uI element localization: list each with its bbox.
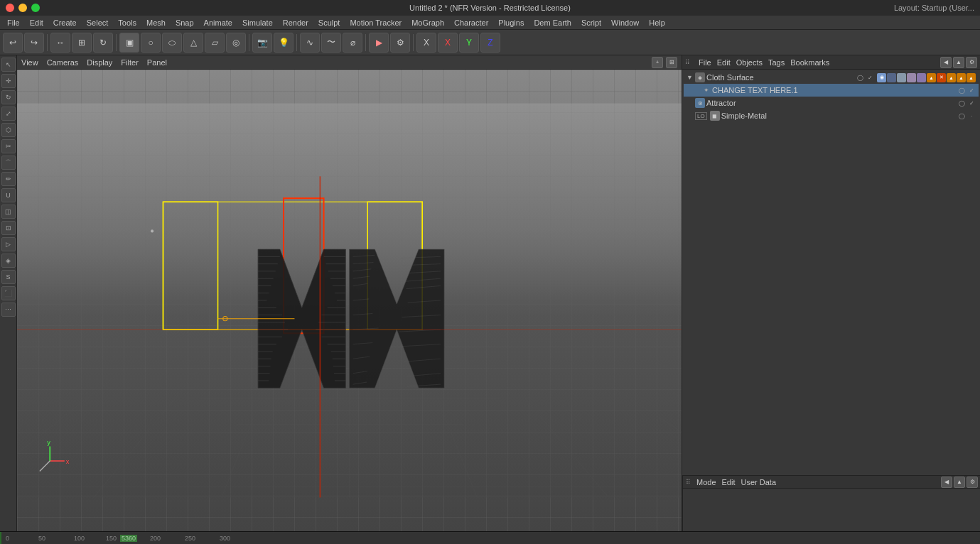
menu-motion-tracker[interactable]: Motion Tracker <box>345 17 406 28</box>
cylinder-tool-button[interactable]: ⬭ <box>162 33 182 53</box>
menu-dem-earth[interactable]: Dem Earth <box>529 17 576 28</box>
viewport-3d[interactable]: x y <box>17 70 682 531</box>
tag-5[interactable] <box>917 73 926 82</box>
left-tool-knife[interactable]: ✂ <box>1 139 16 153</box>
move-tool-button[interactable]: ↔ <box>50 33 70 53</box>
left-tool-extrude[interactable]: ⊡ <box>1 221 16 235</box>
menu-help[interactable]: Help <box>645 17 669 28</box>
redo-button[interactable]: ↪ <box>24 33 44 53</box>
tag-10[interactable]: ▲ <box>966 73 976 82</box>
xray-button[interactable]: X <box>416 33 436 53</box>
left-tool-more[interactable]: ⋯ <box>1 303 16 317</box>
rp-nav-btn3[interactable]: ⚙ <box>966 57 977 68</box>
axis-y-button[interactable]: Y <box>459 33 479 53</box>
left-tool-paint[interactable]: ✏ <box>1 172 16 186</box>
viewport-nav-icon1[interactable]: + <box>652 57 663 68</box>
rp-menu-file[interactable]: File <box>699 58 711 67</box>
menu-tools[interactable]: Tools <box>114 17 141 28</box>
menu-animate[interactable]: Animate <box>200 17 237 28</box>
menu-snap[interactable]: Snap <box>171 17 198 28</box>
obj-cloth-surface[interactable]: ▼ ◈ Cloth Surface ◯ ✓ ◉ ▲ ✕ ▲ ▲ <box>684 71 979 84</box>
tag-6[interactable]: ▲ <box>927 73 936 82</box>
left-tool-loop[interactable]: ▷ <box>1 237 16 251</box>
tag-8[interactable]: ▲ <box>947 73 956 82</box>
deformer-button[interactable]: ⌀ <box>343 33 362 53</box>
camera-button[interactable]: 📷 <box>252 33 272 53</box>
vis-icon-check[interactable]: ✓ <box>866 73 874 82</box>
axis-z-button[interactable]: Z <box>480 33 500 53</box>
menu-file[interactable]: File <box>3 17 24 28</box>
close-button[interactable] <box>6 4 14 12</box>
attr-menu-edit[interactable]: Edit <box>722 478 736 486</box>
vis-icon-eye[interactable]: ◯ <box>856 73 864 82</box>
viewport-menu-display[interactable]: Display <box>87 58 112 67</box>
menu-mograph[interactable]: MoGraph <box>407 17 448 28</box>
menu-edit[interactable]: Edit <box>26 17 48 28</box>
render-settings-button[interactable]: ⚙ <box>390 33 410 53</box>
sphere-tool-button[interactable]: ○ <box>141 33 161 53</box>
vis-icon-check-att[interactable]: ✓ <box>967 99 976 107</box>
menu-render[interactable]: Render <box>279 17 313 28</box>
menu-select[interactable]: Select <box>82 17 113 28</box>
tag-9[interactable]: ▲ <box>957 73 966 82</box>
tag-7[interactable]: ✕ <box>937 73 946 82</box>
left-tool-magnet[interactable]: U <box>1 188 16 202</box>
left-tool-select[interactable]: ↖ <box>1 58 16 72</box>
attr-menu-mode[interactable]: Mode <box>696 478 716 486</box>
left-tool-bridge[interactable]: ⌒ <box>1 156 16 170</box>
obj-change-text[interactable]: ✦ CHANGE TEXT HERE.1 ◯ ✓ <box>684 84 979 97</box>
vis-icon-eye-sm[interactable]: ◯ <box>957 111 966 120</box>
viewport-nav-icon2[interactable]: ⊞ <box>666 57 677 68</box>
obj-simple-metal[interactable]: LO ◼ Simple-Metal ◯ · <box>684 109 979 122</box>
left-tool-live[interactable]: ⬡ <box>1 123 16 137</box>
nurbs-button[interactable]: 〜 <box>321 33 341 53</box>
attr-nav-btn1[interactable]: ◀ <box>941 477 952 488</box>
menu-simulate[interactable]: Simulate <box>238 17 277 28</box>
menu-sculpt[interactable]: Sculpt <box>314 17 345 28</box>
rotate-tool-button[interactable]: ↻ <box>93 33 113 53</box>
menu-character[interactable]: Character <box>450 17 492 28</box>
cone-tool-button[interactable]: △ <box>183 33 203 53</box>
viewport-menu-filter[interactable]: Filter <box>121 58 138 67</box>
viewport-menu-view[interactable]: View <box>21 58 38 67</box>
viewport-menu-panel[interactable]: Panel <box>147 58 167 67</box>
scale-tool-button[interactable]: ⊞ <box>72 33 92 53</box>
attr-menu-userdata[interactable]: User Data <box>741 478 777 486</box>
axis-x-button[interactable]: X <box>438 33 458 53</box>
left-tool-mirror[interactable]: ◫ <box>1 205 16 219</box>
render-button[interactable]: ▶ <box>369 33 389 53</box>
rp-menu-objects[interactable]: Objects <box>736 58 763 67</box>
torus-tool-button[interactable]: ◎ <box>226 33 246 53</box>
light-button[interactable]: 💡 <box>274 33 294 53</box>
left-tool-rotate[interactable]: ↻ <box>1 90 16 104</box>
left-tool-texture[interactable]: ⬛ <box>1 286 16 300</box>
cube-tool-button[interactable]: ▣ <box>119 33 139 53</box>
rp-menu-edit[interactable]: Edit <box>717 58 731 67</box>
tag-2[interactable] <box>887 73 896 82</box>
vis-icon-eye-ct[interactable]: ◯ <box>957 86 966 94</box>
tag-4[interactable] <box>907 73 916 82</box>
menu-window[interactable]: Window <box>607 17 643 28</box>
rp-nav-btn2[interactable]: ▲ <box>953 57 964 68</box>
obj-attractor[interactable]: ⊛ Attractor ◯ ✓ <box>684 97 979 109</box>
left-tool-scale[interactable]: ⤢ <box>1 107 16 121</box>
vis-icon-check-sm[interactable]: · <box>967 111 976 120</box>
plane-tool-button[interactable]: ▱ <box>205 33 225 53</box>
minimize-button[interactable] <box>18 4 27 12</box>
rp-menu-tags[interactable]: Tags <box>768 58 785 67</box>
rp-nav-btn1[interactable]: ◀ <box>940 57 952 68</box>
rp-menu-bookmarks[interactable]: Bookmarks <box>790 58 829 67</box>
tag-1[interactable]: ◉ <box>877 73 886 82</box>
menu-plugins[interactable]: Plugins <box>494 17 528 28</box>
menu-mesh[interactable]: Mesh <box>142 17 170 28</box>
vis-icon-eye-att[interactable]: ◯ <box>957 99 966 107</box>
menu-script[interactable]: Script <box>577 17 605 28</box>
left-tool-move[interactable]: ✛ <box>1 74 16 88</box>
left-tool-weld[interactable]: ◈ <box>1 254 16 268</box>
attr-nav-btn2[interactable]: ▲ <box>954 477 965 488</box>
viewport-menu-cameras[interactable]: Cameras <box>47 58 79 67</box>
maximize-button[interactable] <box>31 4 40 12</box>
spline-button[interactable]: ∿ <box>300 33 320 53</box>
left-tool-subdivide[interactable]: S <box>1 270 16 284</box>
menu-create[interactable]: Create <box>49 17 81 28</box>
